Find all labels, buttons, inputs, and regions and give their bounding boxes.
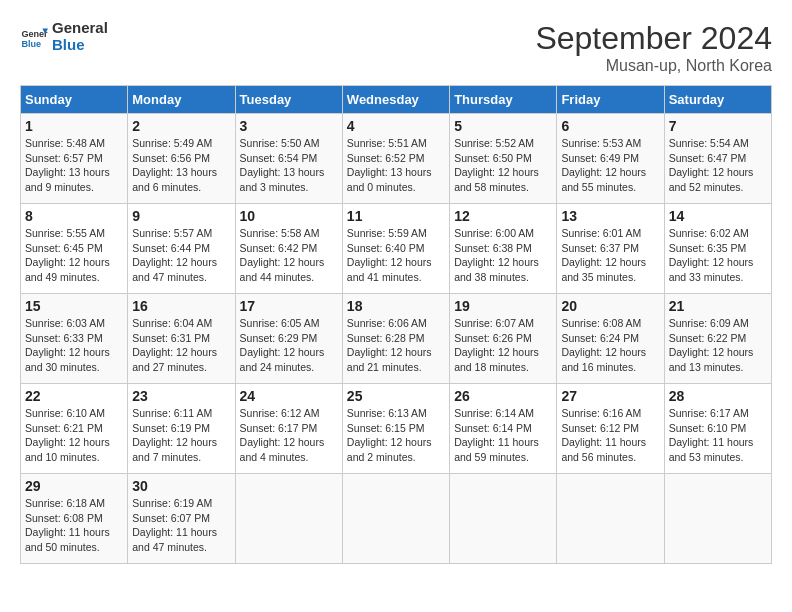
day-number: 17	[240, 298, 338, 314]
day-number: 28	[669, 388, 767, 404]
day-info: Sunrise: 5:53 AM Sunset: 6:49 PM Dayligh…	[561, 136, 659, 195]
logo-icon: General Blue	[20, 23, 48, 51]
calendar-day-cell: 13Sunrise: 6:01 AM Sunset: 6:37 PM Dayli…	[557, 204, 664, 294]
day-number: 22	[25, 388, 123, 404]
calendar-day-cell: 18Sunrise: 6:06 AM Sunset: 6:28 PM Dayli…	[342, 294, 449, 384]
day-number: 27	[561, 388, 659, 404]
day-number: 14	[669, 208, 767, 224]
day-info: Sunrise: 5:51 AM Sunset: 6:52 PM Dayligh…	[347, 136, 445, 195]
calendar-day-cell	[557, 474, 664, 564]
day-info: Sunrise: 6:00 AM Sunset: 6:38 PM Dayligh…	[454, 226, 552, 285]
calendar-day-cell: 28Sunrise: 6:17 AM Sunset: 6:10 PM Dayli…	[664, 384, 771, 474]
svg-text:Blue: Blue	[21, 38, 41, 48]
day-number: 20	[561, 298, 659, 314]
calendar-day-cell: 25Sunrise: 6:13 AM Sunset: 6:15 PM Dayli…	[342, 384, 449, 474]
day-of-week-header: Saturday	[664, 86, 771, 114]
calendar-day-cell: 20Sunrise: 6:08 AM Sunset: 6:24 PM Dayli…	[557, 294, 664, 384]
calendar-day-cell: 17Sunrise: 6:05 AM Sunset: 6:29 PM Dayli…	[235, 294, 342, 384]
calendar-day-cell: 7Sunrise: 5:54 AM Sunset: 6:47 PM Daylig…	[664, 114, 771, 204]
day-info: Sunrise: 6:02 AM Sunset: 6:35 PM Dayligh…	[669, 226, 767, 285]
month-title: September 2024	[535, 20, 772, 57]
day-number: 8	[25, 208, 123, 224]
day-number: 24	[240, 388, 338, 404]
calendar-day-cell: 8Sunrise: 5:55 AM Sunset: 6:45 PM Daylig…	[21, 204, 128, 294]
day-number: 23	[132, 388, 230, 404]
calendar-week-row: 22Sunrise: 6:10 AM Sunset: 6:21 PM Dayli…	[21, 384, 772, 474]
day-info: Sunrise: 5:58 AM Sunset: 6:42 PM Dayligh…	[240, 226, 338, 285]
calendar-day-cell: 3Sunrise: 5:50 AM Sunset: 6:54 PM Daylig…	[235, 114, 342, 204]
calendar-day-cell: 2Sunrise: 5:49 AM Sunset: 6:56 PM Daylig…	[128, 114, 235, 204]
calendar-day-cell: 27Sunrise: 6:16 AM Sunset: 6:12 PM Dayli…	[557, 384, 664, 474]
day-info: Sunrise: 6:09 AM Sunset: 6:22 PM Dayligh…	[669, 316, 767, 375]
day-number: 9	[132, 208, 230, 224]
day-number: 6	[561, 118, 659, 134]
logo: General Blue General Blue	[20, 20, 108, 53]
day-number: 5	[454, 118, 552, 134]
calendar-day-cell: 1Sunrise: 5:48 AM Sunset: 6:57 PM Daylig…	[21, 114, 128, 204]
day-info: Sunrise: 6:16 AM Sunset: 6:12 PM Dayligh…	[561, 406, 659, 465]
day-info: Sunrise: 5:57 AM Sunset: 6:44 PM Dayligh…	[132, 226, 230, 285]
day-info: Sunrise: 5:50 AM Sunset: 6:54 PM Dayligh…	[240, 136, 338, 195]
day-info: Sunrise: 6:06 AM Sunset: 6:28 PM Dayligh…	[347, 316, 445, 375]
calendar-day-cell: 12Sunrise: 6:00 AM Sunset: 6:38 PM Dayli…	[450, 204, 557, 294]
calendar-week-row: 15Sunrise: 6:03 AM Sunset: 6:33 PM Dayli…	[21, 294, 772, 384]
calendar-day-cell: 30Sunrise: 6:19 AM Sunset: 6:07 PM Dayli…	[128, 474, 235, 564]
day-info: Sunrise: 5:55 AM Sunset: 6:45 PM Dayligh…	[25, 226, 123, 285]
day-header-row: SundayMondayTuesdayWednesdayThursdayFrid…	[21, 86, 772, 114]
day-number: 19	[454, 298, 552, 314]
day-info: Sunrise: 6:10 AM Sunset: 6:21 PM Dayligh…	[25, 406, 123, 465]
calendar-day-cell	[664, 474, 771, 564]
location-subtitle: Musan-up, North Korea	[535, 57, 772, 75]
calendar-day-cell: 10Sunrise: 5:58 AM Sunset: 6:42 PM Dayli…	[235, 204, 342, 294]
calendar-day-cell	[342, 474, 449, 564]
calendar-week-row: 1Sunrise: 5:48 AM Sunset: 6:57 PM Daylig…	[21, 114, 772, 204]
calendar-day-cell: 15Sunrise: 6:03 AM Sunset: 6:33 PM Dayli…	[21, 294, 128, 384]
day-info: Sunrise: 5:54 AM Sunset: 6:47 PM Dayligh…	[669, 136, 767, 195]
day-info: Sunrise: 5:59 AM Sunset: 6:40 PM Dayligh…	[347, 226, 445, 285]
calendar-day-cell: 29Sunrise: 6:18 AM Sunset: 6:08 PM Dayli…	[21, 474, 128, 564]
calendar-table: SundayMondayTuesdayWednesdayThursdayFrid…	[20, 85, 772, 564]
day-number: 18	[347, 298, 445, 314]
calendar-day-cell: 26Sunrise: 6:14 AM Sunset: 6:14 PM Dayli…	[450, 384, 557, 474]
calendar-body: 1Sunrise: 5:48 AM Sunset: 6:57 PM Daylig…	[21, 114, 772, 564]
day-info: Sunrise: 6:04 AM Sunset: 6:31 PM Dayligh…	[132, 316, 230, 375]
logo-general: General	[52, 20, 108, 37]
calendar-day-cell: 4Sunrise: 5:51 AM Sunset: 6:52 PM Daylig…	[342, 114, 449, 204]
day-info: Sunrise: 6:11 AM Sunset: 6:19 PM Dayligh…	[132, 406, 230, 465]
day-number: 12	[454, 208, 552, 224]
day-number: 10	[240, 208, 338, 224]
day-info: Sunrise: 6:17 AM Sunset: 6:10 PM Dayligh…	[669, 406, 767, 465]
day-of-week-header: Thursday	[450, 86, 557, 114]
day-number: 26	[454, 388, 552, 404]
calendar-day-cell: 22Sunrise: 6:10 AM Sunset: 6:21 PM Dayli…	[21, 384, 128, 474]
page-header: General Blue General Blue September 2024…	[20, 20, 772, 75]
calendar-day-cell	[235, 474, 342, 564]
day-number: 30	[132, 478, 230, 494]
day-info: Sunrise: 6:19 AM Sunset: 6:07 PM Dayligh…	[132, 496, 230, 555]
day-info: Sunrise: 6:05 AM Sunset: 6:29 PM Dayligh…	[240, 316, 338, 375]
day-info: Sunrise: 6:13 AM Sunset: 6:15 PM Dayligh…	[347, 406, 445, 465]
calendar-day-cell: 19Sunrise: 6:07 AM Sunset: 6:26 PM Dayli…	[450, 294, 557, 384]
day-number: 25	[347, 388, 445, 404]
day-number: 15	[25, 298, 123, 314]
day-number: 16	[132, 298, 230, 314]
day-number: 3	[240, 118, 338, 134]
day-info: Sunrise: 6:18 AM Sunset: 6:08 PM Dayligh…	[25, 496, 123, 555]
calendar-week-row: 8Sunrise: 5:55 AM Sunset: 6:45 PM Daylig…	[21, 204, 772, 294]
day-of-week-header: Sunday	[21, 86, 128, 114]
calendar-header: SundayMondayTuesdayWednesdayThursdayFrid…	[21, 86, 772, 114]
day-info: Sunrise: 6:01 AM Sunset: 6:37 PM Dayligh…	[561, 226, 659, 285]
day-number: 1	[25, 118, 123, 134]
logo-blue: Blue	[52, 37, 108, 54]
day-of-week-header: Wednesday	[342, 86, 449, 114]
day-info: Sunrise: 5:48 AM Sunset: 6:57 PM Dayligh…	[25, 136, 123, 195]
day-info: Sunrise: 6:08 AM Sunset: 6:24 PM Dayligh…	[561, 316, 659, 375]
day-of-week-header: Friday	[557, 86, 664, 114]
day-info: Sunrise: 6:03 AM Sunset: 6:33 PM Dayligh…	[25, 316, 123, 375]
calendar-week-row: 29Sunrise: 6:18 AM Sunset: 6:08 PM Dayli…	[21, 474, 772, 564]
calendar-day-cell: 5Sunrise: 5:52 AM Sunset: 6:50 PM Daylig…	[450, 114, 557, 204]
calendar-day-cell: 16Sunrise: 6:04 AM Sunset: 6:31 PM Dayli…	[128, 294, 235, 384]
day-number: 11	[347, 208, 445, 224]
day-of-week-header: Monday	[128, 86, 235, 114]
calendar-day-cell: 23Sunrise: 6:11 AM Sunset: 6:19 PM Dayli…	[128, 384, 235, 474]
